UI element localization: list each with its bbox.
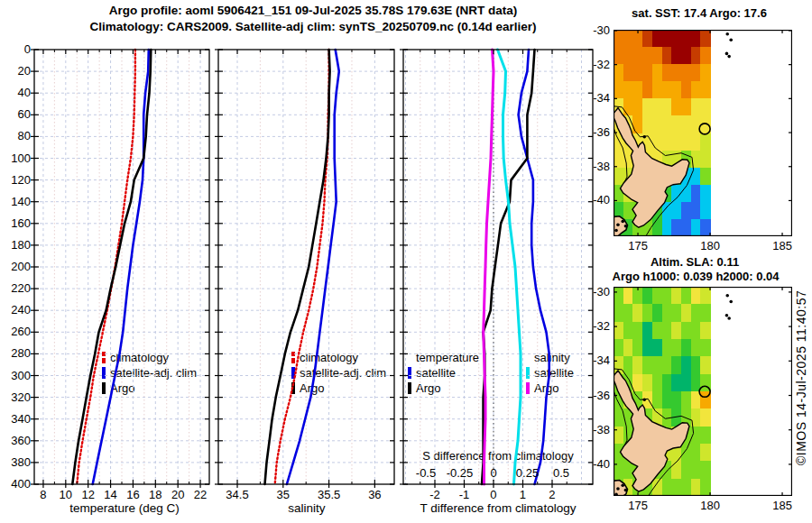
figure-title-line1: Argo profile: aoml 5906421_151 09-Jul-20… — [0, 4, 626, 17]
islet — [642, 135, 646, 139]
islet — [725, 32, 729, 36]
map-lat-tick-label: -38 — [583, 160, 610, 173]
depth-tick-label: 80 — [4, 129, 31, 142]
depth-tick-label: 20 — [4, 64, 31, 78]
imos-watermark: ©IMOS 14-Jul-2025 11:40:57 — [794, 290, 808, 465]
argo-position-marker — [699, 124, 710, 134]
map-lon-tick-label: 180 — [692, 499, 728, 512]
islet — [725, 314, 729, 317]
map-lat-tick-label: -36 — [583, 125, 610, 139]
map-lat-tick-label: -36 — [583, 389, 610, 402]
north-island-landmass — [614, 108, 689, 228]
depth-tick-label: 60 — [4, 107, 31, 121]
depth-tick-label: 0 — [4, 42, 31, 56]
map-lat-tick-label: -30 — [583, 23, 610, 37]
argo-position-marker — [699, 386, 710, 397]
map-lon-tick-label: 180 — [692, 239, 728, 252]
islet — [729, 39, 733, 42]
map-overlay — [614, 287, 792, 496]
difference-from-climatology-plot — [403, 50, 593, 484]
x-tick-label: 22 — [182, 488, 218, 501]
depth-tick-label: 400 — [4, 477, 31, 491]
map-overlay — [614, 30, 792, 236]
sst-map-title: sat. SST: 17.4 Argo: 17.6 — [593, 6, 806, 20]
depth-tick-label: 260 — [4, 325, 31, 338]
map-lon-tick-label: 175 — [620, 239, 656, 252]
islet — [616, 223, 620, 226]
figure-title-line2: Climatology: CARS2009. Satellite-adj cli… — [0, 20, 626, 33]
map-lat-tick-label: -32 — [583, 319, 610, 333]
islet — [725, 52, 729, 56]
depth-tick-label: 240 — [4, 303, 31, 317]
altimetric-SLA-map — [614, 287, 792, 496]
islet — [727, 55, 731, 59]
x-tick-label: 2 — [534, 488, 570, 501]
islet — [616, 487, 620, 491]
x-tick-label: 36 — [356, 488, 392, 501]
depth-tick-label: 380 — [4, 455, 31, 469]
depth-tick-label: 100 — [4, 151, 31, 165]
map-lat-tick-label: -34 — [583, 91, 610, 105]
map-lat-tick-label: -40 — [583, 457, 610, 471]
argo-profile-figure: Argo profile: aoml 5906421_151 09-Jul-20… — [0, 0, 812, 523]
islet — [614, 229, 618, 233]
map-lat-tick-label: -40 — [583, 193, 610, 206]
temperature-profile-plot — [34, 50, 209, 484]
depth-tick-label: 140 — [4, 195, 31, 208]
satellite-SST-map — [614, 30, 792, 236]
temperature-axis-label: temperature (deg C) — [30, 501, 219, 515]
sla-map-title-line1: Altim. SLA: 0.11 — [591, 255, 798, 269]
sdiff-tick-label: 0.5 — [541, 466, 581, 480]
depth-tick-label: 180 — [4, 238, 31, 252]
north-island-landmass — [614, 371, 689, 491]
islet — [727, 317, 731, 320]
depth-tick-label: 300 — [4, 369, 31, 382]
map-lon-tick-label: 185 — [764, 239, 800, 252]
islet — [624, 225, 628, 228]
map-lat-tick-label: -30 — [583, 285, 610, 298]
islet — [729, 300, 733, 304]
islet — [642, 398, 646, 401]
depth-tick-label: 360 — [4, 434, 31, 447]
depth-tick-label: 120 — [4, 173, 31, 187]
islet — [621, 220, 624, 224]
islet — [621, 483, 624, 487]
map-lon-tick-label: 185 — [764, 499, 800, 512]
tdiff-axis-label: T difference from climatology — [403, 501, 593, 515]
x-tick-label: 35.5 — [311, 488, 347, 501]
map-lon-tick-label: 175 — [620, 499, 656, 512]
depth-tick-label: 40 — [4, 86, 31, 99]
salinity-axis-label: salinity — [212, 501, 401, 515]
depth-tick-label: 160 — [4, 216, 31, 230]
islet — [725, 294, 729, 298]
depth-tick-label: 220 — [4, 281, 31, 295]
x-tick-label: 34.5 — [219, 488, 255, 501]
map-lat-tick-label: -32 — [583, 58, 610, 71]
map-lat-tick-label: -38 — [583, 423, 610, 436]
islet — [624, 489, 628, 492]
depth-tick-label: 200 — [4, 260, 31, 273]
map-lat-tick-label: -34 — [583, 353, 610, 367]
sla-map-title-line2: Argo h1000: 0.039 h2000: 0.04 — [580, 270, 811, 283]
depth-tick-label: 320 — [4, 390, 31, 404]
x-tick-label: 35 — [265, 488, 301, 501]
depth-tick-label: 340 — [4, 412, 31, 426]
depth-tick-label: 280 — [4, 346, 31, 360]
salinity-profile-plot — [218, 50, 394, 484]
